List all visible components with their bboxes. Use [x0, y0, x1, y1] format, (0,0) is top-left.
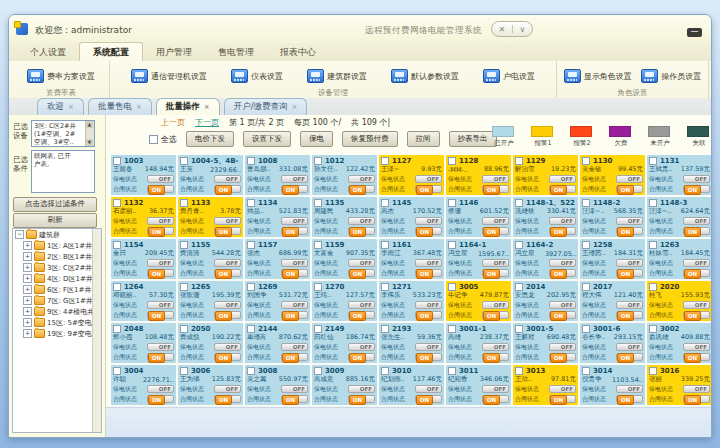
tree-item[interactable]: +7区: G区1#井: [13, 295, 101, 306]
tree-scrollbar[interactable]: [92, 229, 101, 432]
meter-card[interactable]: 3001-1高雄238.37元保电状态OFF合闸状态ON: [446, 323, 511, 363]
meter-card[interactable]: 1258王瑾茜..184.31元保电状态OFF合闸状态ON: [580, 239, 645, 279]
switch-toggle[interactable]: ON: [415, 269, 442, 277]
card-checkbox[interactable]: [649, 157, 657, 165]
meter-card[interactable]: 2149田红仙186.74元保电状态OFF合闸状态ON: [312, 323, 377, 363]
power-protect-toggle[interactable]: OFF: [348, 259, 375, 267]
card-checkbox[interactable]: [649, 199, 657, 207]
switch-toggle[interactable]: ON: [348, 311, 375, 319]
tree-item[interactable]: +19区: 9#变电站 (2#..: [13, 328, 101, 339]
power-protect-toggle[interactable]: OFF: [415, 385, 442, 393]
ribbon-tab-用户管理[interactable]: 用户管理: [143, 43, 205, 61]
ribbon-button-户电设置[interactable]: 户电设置: [480, 67, 538, 85]
power-protect-toggle[interactable]: OFF: [281, 385, 308, 393]
meter-card[interactable]: 1135周建民433.28元保电状态OFF合闸状态ON: [312, 197, 377, 237]
meter-card[interactable]: 1161李雨江367.48元保电状态OFF合闸状态ON: [379, 239, 444, 279]
power-protect-toggle[interactable]: OFF: [348, 301, 375, 309]
switch-toggle[interactable]: ON: [415, 227, 442, 235]
power-protect-toggle[interactable]: OFF: [214, 343, 241, 351]
meter-card[interactable]: 1134帅品..521.83元保电状态OFF合闸状态ON: [245, 197, 310, 237]
switch-toggle[interactable]: ON: [147, 227, 174, 235]
power-protect-toggle[interactable]: OFF: [214, 301, 241, 309]
card-checkbox[interactable]: [582, 283, 590, 291]
power-protect-toggle[interactable]: OFF: [549, 217, 576, 225]
switch-toggle[interactable]: ON: [281, 185, 308, 193]
switch-toggle[interactable]: ON: [281, 353, 308, 361]
power-protect-toggle[interactable]: OFF: [147, 217, 174, 225]
switch-toggle[interactable]: ON: [147, 353, 174, 361]
card-checkbox[interactable]: [180, 157, 188, 165]
card-checkbox[interactable]: [582, 367, 590, 375]
scroll-up-icon[interactable]: ▲: [86, 121, 93, 128]
card-checkbox[interactable]: [314, 283, 322, 291]
card-checkbox[interactable]: [649, 367, 657, 375]
tree-item[interactable]: +15区: 5#变电站 (3#..: [13, 317, 101, 328]
toolbar-button-保电[interactable]: 保电: [300, 131, 333, 147]
switch-toggle[interactable]: ON: [482, 311, 509, 319]
card-checkbox[interactable]: [381, 199, 389, 207]
switch-toggle[interactable]: ON: [348, 185, 375, 193]
switch-toggle[interactable]: ON: [616, 269, 643, 277]
power-protect-toggle[interactable]: OFF: [281, 259, 308, 267]
card-checkbox[interactable]: [582, 157, 590, 165]
power-protect-toggle[interactable]: OFF: [147, 259, 174, 267]
switch-toggle[interactable]: ON: [482, 227, 509, 235]
refresh-button[interactable]: 刷新: [13, 213, 97, 228]
meter-card[interactable]: 3010纪划雨..117.46元保电状态OFF合闸状态ON: [379, 365, 444, 405]
power-protect-toggle[interactable]: OFF: [549, 301, 576, 309]
card-checkbox[interactable]: [180, 241, 188, 249]
ribbon-tab-系统配置[interactable]: 系统配置: [79, 42, 143, 61]
switch-toggle[interactable]: ON: [415, 185, 442, 193]
meter-card[interactable]: 3002俞巩雄409.88元保电状态OFF合闸状态ON: [647, 323, 712, 363]
doc-tab-开户/缴费查询[interactable]: 开户/缴费查询×: [224, 98, 308, 115]
meter-card[interactable]: 1012孙文任..122.42元保电状态OFF合闸状态ON: [312, 155, 377, 195]
card-checkbox[interactable]: [448, 241, 456, 249]
switch-toggle[interactable]: ON: [214, 269, 241, 277]
switch-toggle[interactable]: ON: [281, 395, 308, 403]
card-checkbox[interactable]: [113, 367, 121, 375]
power-protect-toggle[interactable]: OFF: [281, 301, 308, 309]
card-checkbox[interactable]: [113, 199, 121, 207]
switch-toggle[interactable]: ON: [549, 185, 576, 193]
card-checkbox[interactable]: [180, 367, 188, 375]
meter-card[interactable]: 1131王轼贵..137.59元保电状态OFF合闸状态ON: [647, 155, 712, 195]
collapse-icon[interactable]: −: [15, 230, 24, 239]
switch-toggle[interactable]: ON: [616, 353, 643, 361]
power-protect-toggle[interactable]: OFF: [683, 175, 710, 183]
switch-toggle[interactable]: ON: [683, 269, 710, 277]
power-protect-toggle[interactable]: OFF: [482, 259, 509, 267]
card-checkbox[interactable]: [649, 241, 657, 249]
power-protect-toggle[interactable]: OFF: [482, 385, 509, 393]
next-page-link[interactable]: 下一页: [195, 117, 219, 128]
toolbar-button-设置下发[interactable]: 设置下发: [243, 131, 291, 147]
card-checkbox[interactable]: [180, 199, 188, 207]
switch-toggle[interactable]: ON: [616, 395, 643, 403]
minimize-button[interactable]: —: [687, 28, 702, 37]
meter-card[interactable]: 1264邓晓丽..57.30元保电状态OFF合闸状态ON: [111, 281, 176, 321]
meter-card[interactable]: 1146侯珊601.52元保电状态OFF合闸状态ON: [446, 197, 511, 237]
meter-card[interactable]: 3001-5王麒程690.48元保电状态OFF合闸状态ON: [513, 323, 578, 363]
card-checkbox[interactable]: [247, 283, 255, 291]
meter-card[interactable]: 2193张先生..59.36元保电状态OFF合闸状态ON: [379, 323, 444, 363]
switch-toggle[interactable]: ON: [549, 353, 576, 361]
selected-condition-listbox[interactable]: 联网表, 已开户表,: [31, 150, 95, 193]
meter-card[interactable]: 1145高杰170.52元保电状态OFF合闸状态ON: [379, 197, 444, 237]
power-protect-toggle[interactable]: OFF: [348, 175, 375, 183]
power-protect-toggle[interactable]: OFF: [616, 217, 643, 225]
theme-icon[interactable]: ✕: [499, 25, 506, 34]
meter-card[interactable]: 3001-6谷长争..293.15元保电状态OFF合闸状态ON: [580, 323, 645, 363]
card-checkbox[interactable]: [448, 283, 456, 291]
switch-toggle[interactable]: ON: [214, 395, 241, 403]
power-protect-toggle[interactable]: OFF: [281, 175, 308, 183]
meter-card[interactable]: 1155费清清544.28元保电状态OFF合闸状态ON: [178, 239, 243, 279]
power-protect-toggle[interactable]: OFF: [348, 385, 375, 393]
meter-card[interactable]: 1133费丹青..3.78元保电状态OFF合闸状态ON: [178, 197, 243, 237]
meter-card[interactable]: 3016张丽339.25元保电状态OFF合闸状态ON: [647, 365, 712, 405]
ribbon-tab-个人设置[interactable]: 个人设置: [17, 43, 79, 61]
meter-card[interactable]: 1127王泽~9.93元保电状态OFF合闸状态ON: [379, 155, 444, 195]
meter-card[interactable]: 1164-2冯立星3927.05..保电状态OFF合闸状态ON: [513, 239, 578, 279]
tree-root[interactable]: −建筑群: [13, 229, 101, 240]
card-checkbox[interactable]: [314, 367, 322, 375]
meter-card[interactable]: 1271李伟乐533.23元保电状态OFF合闸状态ON: [379, 281, 444, 321]
ribbon-tab-售电管理[interactable]: 售电管理: [205, 43, 267, 61]
